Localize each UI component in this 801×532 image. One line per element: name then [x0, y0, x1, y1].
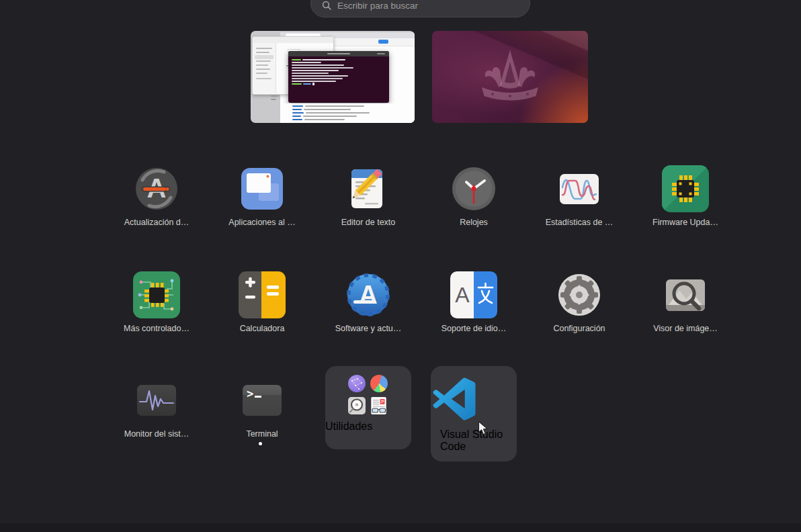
terminal-icon: > — [239, 377, 286, 424]
firmware-updater-icon — [662, 165, 709, 212]
browser-blue-button — [378, 40, 388, 44]
terminal-window — [288, 51, 389, 103]
app-label: Soporte de idio… — [431, 323, 517, 334]
app-label: Software y actu… — [325, 323, 411, 334]
app-tile-vscode[interactable]: Visual Studio Code — [431, 366, 517, 461]
app-label: Terminal — [219, 429, 305, 439]
app-label: Editor de texto — [325, 217, 411, 228]
app-label: Visor de imáge… — [642, 323, 728, 334]
startup-applications-icon — [239, 165, 286, 212]
calculator-icon — [239, 271, 286, 318]
workspace-thumbnail-2[interactable] — [432, 31, 588, 123]
app-tile-software-updater[interactable]: A Actualización d… — [114, 160, 200, 228]
app-tile-power-statistics[interactable]: Estadísticas de … — [536, 160, 622, 228]
workspace-thumbnail-1[interactable] — [251, 31, 415, 123]
app-tile-terminal[interactable]: > Terminal — [219, 371, 305, 439]
app-label: Estadísticas de … — [536, 217, 622, 228]
app-tile-software-properties[interactable]: A Software y actu… — [325, 266, 411, 334]
image-viewer-icon — [662, 271, 709, 318]
text-editor-icon — [345, 165, 392, 212]
app-tile-additional-drivers[interactable]: Más controlado… — [114, 266, 200, 334]
app-tile-system-monitor[interactable]: Monitor del sist… — [114, 371, 200, 439]
app-label: Monitor del sist… — [114, 429, 200, 439]
bottom-edge — [0, 523, 801, 532]
app-label: Aplicaciones al … — [219, 217, 305, 228]
app-label: Relojes — [431, 217, 517, 228]
pie-chart-icon — [370, 375, 388, 392]
app-tile-text-editor[interactable]: Editor de texto — [325, 160, 411, 228]
clocks-icon — [450, 165, 497, 212]
crown-logo — [432, 31, 588, 123]
software-updater-icon: A — [133, 165, 180, 212]
app-tile-clocks[interactable]: Relojes — [431, 160, 517, 228]
app-label: Visual Studio Code — [431, 429, 517, 453]
app-label: Configuración — [536, 323, 622, 334]
search-placeholder: Escribir para buscar — [337, 1, 418, 11]
search-bar[interactable]: Escribir para buscar — [310, 0, 530, 17]
svg-text:A: A — [359, 281, 377, 309]
app-label: Firmware Upda… — [642, 217, 728, 228]
app-label: Calculadora — [219, 323, 305, 334]
app-label: Actualización d… — [114, 217, 200, 228]
app-tile-startup-applications[interactable]: Aplicaciones al … — [219, 160, 305, 228]
language-support-icon: A — [450, 271, 497, 318]
search-icon — [322, 1, 331, 10]
mouse-cursor — [478, 420, 489, 436]
folder-label: Utilidades — [325, 420, 411, 433]
vscode-icon — [431, 375, 517, 425]
settings-gear-icon — [556, 271, 603, 318]
disks-icon — [348, 397, 366, 414]
terminal-running-dot — [259, 442, 262, 445]
svg-text:A: A — [455, 283, 470, 307]
system-monitor-icon — [133, 377, 180, 424]
app-tile-calculator[interactable]: Calculadora — [219, 266, 305, 334]
app-tile-image-viewer[interactable]: Visor de imáge… — [642, 266, 728, 334]
app-tile-settings[interactable]: Configuración — [536, 266, 622, 334]
additional-drivers-icon — [133, 271, 180, 318]
network-sphere-icon — [348, 375, 366, 392]
svg-text:>: > — [247, 387, 253, 400]
power-statistics-icon — [556, 165, 603, 212]
app-tile-language-support[interactable]: A Soporte de idio… — [431, 266, 517, 334]
folder-utilidades[interactable]: Utilidades — [325, 366, 411, 449]
document-viewer-icon — [370, 397, 388, 414]
app-label: Más controlado… — [114, 323, 200, 334]
software-properties-icon: A — [345, 271, 392, 318]
app-tile-firmware-updater[interactable]: Firmware Upda… — [642, 160, 728, 228]
